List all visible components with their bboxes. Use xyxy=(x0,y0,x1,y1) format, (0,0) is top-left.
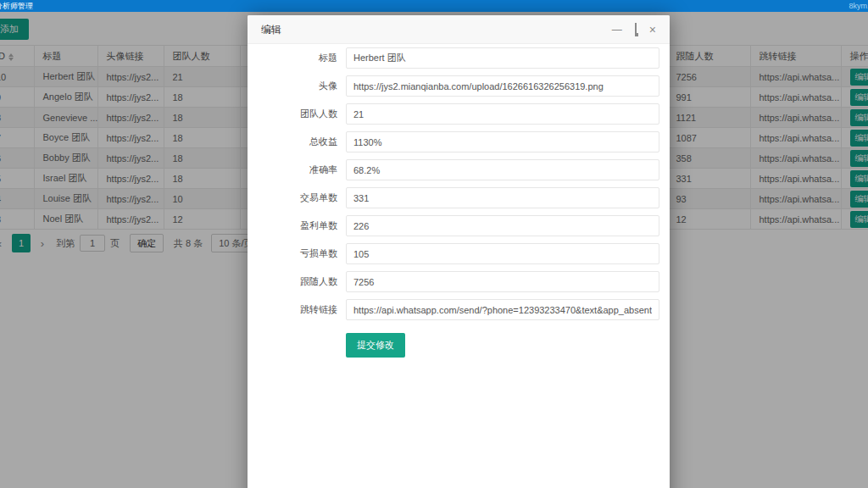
form-row: 标题 xyxy=(254,47,659,69)
form-row: 交易单数 xyxy=(254,187,659,208)
team-size-field[interactable] xyxy=(346,103,659,125)
topbar-domain-text: 8kym.me xyxy=(849,0,868,12)
field-label-team-size: 团队人数 xyxy=(254,108,337,120)
total-profit-field[interactable] xyxy=(346,131,659,152)
form-row: 准确率 xyxy=(254,159,659,180)
trade-count-field[interactable] xyxy=(346,187,659,208)
field-label-loss-count: 亏损单数 xyxy=(254,247,337,260)
form-row: 头像 xyxy=(254,75,659,97)
field-label-title: 标题 xyxy=(254,52,337,64)
topbar: 分析师管理 8kym.me xyxy=(0,0,868,12)
minimize-icon[interactable]: — xyxy=(612,25,622,35)
edit-modal: 编辑 — × 标题 头像 团队人数 总收益 xyxy=(248,15,670,488)
form-row: 跳转链接 xyxy=(254,299,659,320)
app-window: 分析师管理 8kym.me 添加 ID 标题 头像链接 团队人数 跟随人数 跳转… xyxy=(0,0,868,488)
avatar-field[interactable] xyxy=(346,75,659,97)
field-label-trade-count: 交易单数 xyxy=(254,191,337,204)
field-label-avatar: 头像 xyxy=(254,80,337,92)
modal-title: 编辑 xyxy=(261,15,281,44)
form-row: 团队人数 xyxy=(254,103,659,125)
followers-field[interactable] xyxy=(346,271,659,292)
loss-count-field[interactable] xyxy=(346,243,659,264)
win-count-field[interactable] xyxy=(346,215,659,236)
field-label-accuracy: 准确率 xyxy=(254,164,337,176)
field-label-followers: 跟随人数 xyxy=(254,275,337,288)
submit-changes-button[interactable]: 提交修改 xyxy=(346,333,405,358)
field-label-jump-link: 跳转链接 xyxy=(254,303,337,316)
form-row: 总收益 xyxy=(254,131,659,152)
modal-header: 编辑 — × xyxy=(248,15,670,44)
field-label-win-count: 盈利单数 xyxy=(254,219,337,232)
title-field[interactable] xyxy=(346,47,659,69)
field-label-total-profit: 总收益 xyxy=(254,136,337,148)
close-icon[interactable]: × xyxy=(649,24,656,36)
accuracy-field[interactable] xyxy=(346,159,659,180)
form-row: 跟随人数 xyxy=(254,271,659,292)
modal-body: 标题 头像 团队人数 总收益 准确率 交易单数 xyxy=(248,44,670,358)
modal-controls: — × xyxy=(599,24,656,36)
jump-link-field[interactable] xyxy=(346,299,659,320)
maximize-icon[interactable] xyxy=(635,25,637,35)
app-title: 分析师管理 xyxy=(0,0,33,12)
form-row: 盈利单数 xyxy=(254,215,659,236)
form-row: 亏损单数 xyxy=(254,243,659,264)
